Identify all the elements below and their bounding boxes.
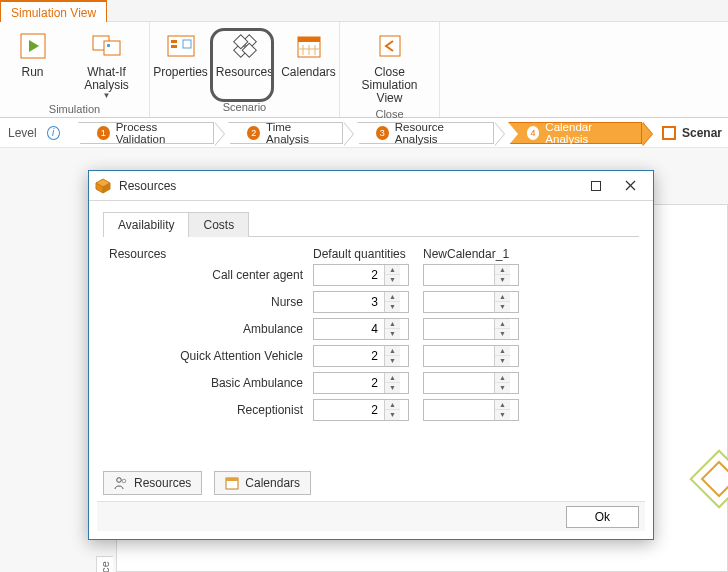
- close-sim-button[interactable]: Close Simulation View: [348, 26, 432, 106]
- ribbon: Run What-If Analysis ▼ Simulation Proper…: [0, 22, 728, 118]
- resource-name: Quick Attention Vehicle: [103, 349, 313, 363]
- svg-rect-7: [171, 45, 177, 48]
- calendar-small-icon: [225, 476, 239, 490]
- whatif-icon: [91, 30, 123, 62]
- step-calendar-analysis[interactable]: 4Calendar Analysis: [508, 122, 642, 144]
- dialog-titlebar[interactable]: Resources: [89, 171, 653, 201]
- resource-row: Basic Ambulance▲▼▲▼: [103, 369, 639, 396]
- run-label: Run: [21, 66, 43, 79]
- calendar-qty-input[interactable]: ▲▼: [423, 318, 519, 340]
- resource-name: Nurse: [103, 295, 313, 309]
- spinner-buttons[interactable]: ▲▼: [384, 292, 400, 312]
- spinner-buttons[interactable]: ▲▼: [494, 292, 510, 312]
- run-button[interactable]: Run: [1, 26, 65, 79]
- resource-row: Call center agent▲▼▲▼: [103, 261, 639, 288]
- spinner-buttons[interactable]: ▲▼: [384, 265, 400, 285]
- resource-name: Receptionist: [103, 403, 313, 417]
- col-newcalendar: NewCalendar_1: [423, 247, 533, 261]
- resource-name: Basic Ambulance: [103, 376, 313, 390]
- svg-point-26: [117, 478, 122, 483]
- tab-strip: Simulation View: [0, 0, 728, 22]
- spinner-buttons[interactable]: ▲▼: [494, 265, 510, 285]
- step-resource-analysis[interactable]: 3Resource Analysis: [357, 122, 494, 144]
- highlight-ring: [210, 28, 274, 102]
- calendars-label: Calendars: [281, 66, 336, 79]
- calendar-qty-input[interactable]: ▲▼: [423, 345, 519, 367]
- default-qty-input[interactable]: ▲▼: [313, 318, 409, 340]
- calendar-qty-input[interactable]: ▲▼: [423, 372, 519, 394]
- level-bar: Level i 1Process Validation 2Time Analys…: [0, 118, 728, 148]
- spinner-buttons[interactable]: ▲▼: [384, 346, 400, 366]
- level-label: Level: [8, 126, 37, 140]
- tab-availability[interactable]: Availability: [103, 212, 189, 237]
- default-qty-input[interactable]: ▲▼: [313, 264, 409, 286]
- svg-rect-19: [380, 36, 400, 56]
- resources-footer-button[interactable]: Resources: [103, 471, 202, 495]
- calendar-qty-input[interactable]: ▲▼: [423, 399, 519, 421]
- scenario-icon: [662, 126, 676, 140]
- close-button[interactable]: [613, 175, 647, 197]
- resource-name: Call center agent: [103, 268, 313, 282]
- resource-row: Nurse▲▼▲▼: [103, 288, 639, 315]
- calendar-qty-input[interactable]: ▲▼: [423, 291, 519, 313]
- app-icon: [95, 178, 111, 194]
- person-icon: [114, 476, 128, 490]
- maximize-button[interactable]: [579, 175, 613, 197]
- svg-rect-23: [592, 181, 601, 190]
- ok-button[interactable]: Ok: [566, 506, 639, 528]
- calendar-qty-input[interactable]: ▲▼: [423, 264, 519, 286]
- svg-rect-6: [171, 40, 177, 43]
- tab-simulation-view[interactable]: Simulation View: [0, 0, 107, 22]
- default-qty-input[interactable]: ▲▼: [313, 345, 409, 367]
- spinner-buttons[interactable]: ▲▼: [494, 373, 510, 393]
- spinner-buttons[interactable]: ▲▼: [494, 319, 510, 339]
- resource-row: Receptionist▲▼▲▼: [103, 396, 639, 423]
- step-process-validation[interactable]: 1Process Validation: [78, 122, 214, 144]
- spinner-buttons[interactable]: ▲▼: [494, 346, 510, 366]
- group-simulation-label: Simulation: [49, 101, 100, 119]
- dialog-title: Resources: [119, 179, 579, 193]
- resource-rows: Call center agent▲▼▲▼Nurse▲▼▲▼Ambulance▲…: [103, 261, 639, 423]
- calendar-icon: [293, 30, 325, 62]
- resources-dialog: Resources Availability Costs Resources D…: [88, 170, 654, 540]
- play-icon: [17, 30, 49, 62]
- dialog-tabs: Availability Costs: [103, 211, 639, 237]
- default-qty-input[interactable]: ▲▼: [313, 291, 409, 313]
- svg-rect-4: [107, 44, 110, 47]
- spinner-buttons[interactable]: ▲▼: [384, 400, 400, 420]
- dialog-footer: Ok: [97, 501, 645, 531]
- lane-label-1: sistance: [96, 556, 113, 572]
- default-qty-input[interactable]: ▲▼: [313, 372, 409, 394]
- resource-name: Ambulance: [103, 322, 313, 336]
- calendars-button[interactable]: Calendars: [277, 26, 341, 79]
- close-label: Close Simulation View: [348, 66, 432, 106]
- step-time-analysis[interactable]: 2Time Analysis: [228, 122, 343, 144]
- info-icon[interactable]: i: [47, 126, 60, 140]
- dropdown-icon: ▼: [103, 92, 111, 101]
- svg-rect-14: [298, 37, 320, 42]
- spinner-buttons[interactable]: ▲▼: [384, 319, 400, 339]
- close-icon: [374, 30, 406, 62]
- spinner-buttons[interactable]: ▲▼: [384, 373, 400, 393]
- resource-row: Ambulance▲▼▲▼: [103, 315, 639, 342]
- tab-costs[interactable]: Costs: [188, 212, 249, 237]
- scenario-button[interactable]: Scenar: [656, 124, 728, 142]
- col-default-quantities: Default quantities: [313, 247, 423, 261]
- default-qty-input[interactable]: ▲▼: [313, 399, 409, 421]
- grid-header: Resources Default quantities NewCalendar…: [103, 247, 639, 261]
- svg-rect-29: [226, 478, 238, 481]
- properties-label: Properties: [153, 66, 208, 79]
- whatif-label: What-If Analysis: [65, 66, 149, 92]
- svg-point-27: [122, 479, 126, 483]
- properties-icon: [165, 30, 197, 62]
- spinner-buttons[interactable]: ▲▼: [494, 400, 510, 420]
- calendars-footer-button[interactable]: Calendars: [214, 471, 311, 495]
- whatif-button[interactable]: What-If Analysis ▼: [65, 26, 149, 101]
- properties-button[interactable]: Properties: [149, 26, 213, 79]
- resource-row: Quick Attention Vehicle▲▼▲▼: [103, 342, 639, 369]
- col-resources: Resources: [103, 247, 313, 261]
- svg-rect-3: [104, 41, 120, 55]
